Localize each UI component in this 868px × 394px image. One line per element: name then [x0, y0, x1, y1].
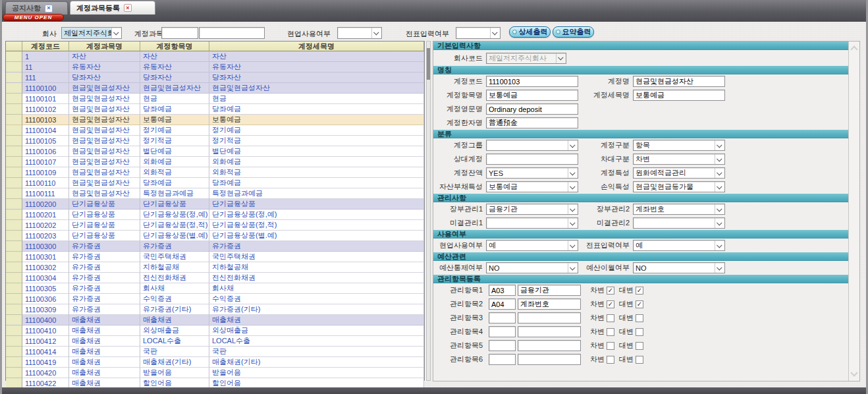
chevron-down-icon[interactable]	[371, 28, 381, 38]
field-use-filter-select[interactable]	[337, 27, 382, 39]
scroll-down-icon[interactable]	[850, 369, 857, 376]
row-selector-cell[interactable]	[6, 241, 22, 252]
row-selector-cell[interactable]	[6, 157, 22, 167]
profit-loss-trait-select[interactable]: 현금및현금등가물	[633, 181, 725, 192]
row-selector-cell[interactable]	[6, 136, 22, 146]
row-selector-cell[interactable]	[6, 94, 22, 104]
mgmt-item3-code-input[interactable]	[489, 312, 516, 324]
account-detail-name-input[interactable]	[633, 90, 725, 101]
ledger-mgmt2-select[interactable]: 계좌번호	[633, 204, 725, 215]
panel-scrollbar[interactable]	[848, 42, 859, 381]
mgmt-item6-name-input[interactable]	[518, 354, 581, 365]
row-selector-cell[interactable]	[6, 347, 22, 357]
mgmt-item6-code-input[interactable]	[489, 354, 516, 365]
chevron-down-icon[interactable]	[568, 218, 578, 228]
mgmt-item3-name-input[interactable]	[518, 312, 581, 324]
mgmt-item5-name-input[interactable]	[518, 340, 581, 351]
table-row[interactable]: 11유동자산유동자산유동자산	[6, 62, 424, 72]
account-group-select[interactable]	[486, 140, 578, 151]
row-selector-cell[interactable]	[6, 336, 22, 347]
row-selector-cell[interactable]	[6, 104, 22, 115]
mgmt-item3-credit-checkbox[interactable]	[636, 314, 643, 322]
mgmt-item1-credit-checkbox[interactable]: ✓	[636, 287, 643, 295]
row-selector-cell[interactable]	[6, 83, 22, 94]
chevron-down-icon[interactable]	[715, 168, 724, 178]
mgmt-item5-credit-checkbox[interactable]	[636, 342, 643, 350]
mgmt-item1-debit-checkbox[interactable]: ✓	[607, 287, 614, 295]
account-balance-select[interactable]: YES	[486, 167, 578, 179]
table-row[interactable]: 11100106현금및현금성자산별단예금별단예금	[6, 146, 424, 157]
mgmt-item3-debit-checkbox[interactable]	[607, 314, 614, 322]
table-row[interactable]: 11100103현금및현금성자산보통예금보통예금	[6, 115, 424, 125]
account-trait-select[interactable]: 원화예적금관리	[633, 167, 725, 179]
mgmt-item2-code-input[interactable]	[489, 298, 516, 310]
table-row[interactable]: 11100102현금및현금성자산당좌예금당좌예금	[6, 104, 424, 115]
table-row[interactable]: 11100104현금및현금성자산정기예금정기예금	[6, 125, 424, 136]
table-row[interactable]: 11100109현금및현금성자산외화적금외화적금	[6, 167, 424, 178]
table-row[interactable]: 111당좌자산당좌자산당좌자산	[6, 72, 424, 83]
ledger-mgmt1-select[interactable]: 금융기관	[486, 204, 578, 215]
menu-open-button[interactable]: MENU OPEN	[3, 14, 64, 21]
row-selector-cell[interactable]	[6, 199, 22, 210]
pending-mgmt1-select[interactable]	[486, 217, 578, 229]
account-item-name-input[interactable]	[486, 90, 578, 101]
table-row[interactable]: 11100300유가증권유가증권유가증권	[6, 241, 424, 252]
table-row[interactable]: 11100110현금및현금성자산당좌예금당좌예금	[6, 178, 424, 188]
slip-input-select[interactable]: 예	[633, 240, 725, 251]
account-class-select[interactable]: 항목	[633, 140, 725, 151]
table-row[interactable]: 11100302유가증권지하철공채지하철공채	[6, 262, 424, 273]
field-use-select[interactable]: 예	[486, 240, 578, 251]
account-english-name-input[interactable]	[486, 103, 578, 115]
table-scrollbar-thumb[interactable]	[427, 48, 430, 80]
row-selector-cell[interactable]	[6, 262, 22, 273]
row-selector-cell[interactable]	[6, 283, 22, 294]
account-hanja-name-input[interactable]	[486, 117, 578, 128]
summary-print-button[interactable]: 요약출력	[553, 26, 594, 38]
row-selector-cell[interactable]	[6, 357, 22, 368]
account-code-input[interactable]	[486, 76, 578, 87]
row-selector-cell[interactable]	[6, 72, 22, 83]
chevron-down-icon[interactable]	[568, 182, 578, 192]
row-selector-cell[interactable]	[6, 325, 22, 336]
row-selector-cell[interactable]	[6, 252, 22, 262]
counter-account-input[interactable]	[486, 154, 578, 165]
detail-print-button[interactable]: 상세출력	[509, 26, 551, 38]
chevron-down-icon[interactable]	[715, 140, 724, 150]
row-selector-cell[interactable]	[6, 315, 22, 325]
row-selector-cell[interactable]	[6, 62, 22, 72]
tab-account-registration[interactable]: 계정과목등록 ×	[70, 1, 155, 14]
account-name-filter-input[interactable]	[199, 27, 265, 39]
row-selector-cell[interactable]	[6, 231, 22, 241]
row-selector-cell[interactable]	[6, 210, 22, 220]
chevron-down-icon[interactable]	[111, 28, 121, 38]
tab-notice[interactable]: 공지사항 ×	[5, 1, 68, 14]
mgmt-item4-debit-checkbox[interactable]	[607, 328, 614, 336]
mgmt-item5-code-input[interactable]	[489, 340, 516, 351]
mgmt-item4-credit-checkbox[interactable]	[636, 328, 643, 336]
close-icon[interactable]: ×	[45, 5, 53, 13]
mgmt-item2-credit-checkbox[interactable]: ✓	[636, 300, 643, 308]
table-row[interactable]: 11100306유가증권수익증권수익증권	[6, 294, 424, 304]
row-selector-cell[interactable]	[6, 368, 22, 378]
chevron-down-icon[interactable]	[715, 218, 724, 228]
table-row[interactable]: 11100412매출채권LOCAL수출LOCAL수출	[6, 336, 424, 347]
table-row[interactable]: 11100111현금및현금성자산특정현금과예금특정현금과예금	[6, 188, 424, 199]
row-selector-cell[interactable]	[6, 167, 22, 178]
table-scrollbar[interactable]	[426, 41, 431, 381]
mgmt-item1-name-input[interactable]	[518, 285, 581, 296]
chevron-down-icon[interactable]	[568, 240, 578, 250]
mgmt-item1-code-input[interactable]	[489, 285, 516, 296]
mgmt-item6-debit-checkbox[interactable]	[607, 356, 614, 364]
mgmt-item6-credit-checkbox[interactable]	[636, 356, 643, 364]
chevron-down-icon[interactable]	[568, 140, 578, 150]
chevron-down-icon[interactable]	[715, 182, 724, 192]
mgmt-item5-debit-checkbox[interactable]	[607, 342, 614, 350]
scroll-up-icon[interactable]	[850, 45, 857, 53]
debit-credit-class-select[interactable]: 차변	[633, 154, 725, 165]
table-row[interactable]: 11100203단기금융상품단기금융상품(별.예)단기금융상품(별.예)	[6, 231, 424, 241]
account-name-input[interactable]	[633, 76, 725, 87]
row-selector-cell[interactable]	[6, 304, 22, 315]
chevron-down-icon[interactable]	[568, 204, 578, 214]
table-row[interactable]: 11100419매출채권매출채권(기타)매출채권(기타)	[6, 357, 424, 368]
row-selector-cell[interactable]	[6, 51, 22, 62]
